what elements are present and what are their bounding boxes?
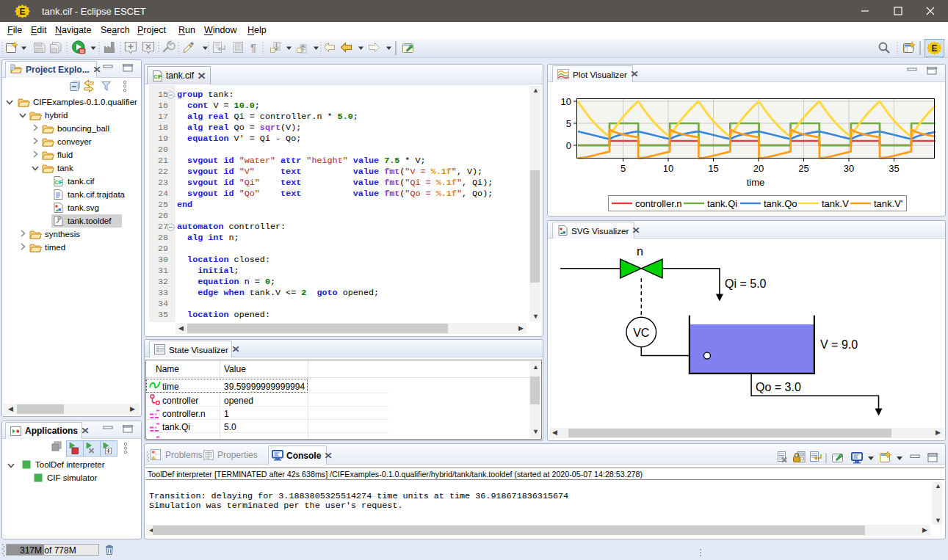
svg-text:5: 5 — [566, 118, 571, 129]
svg-text:tank.V: tank.V — [822, 198, 849, 209]
svg-text:¶: ¶ — [250, 42, 256, 54]
svg-text:E: E — [931, 43, 937, 54]
svg-text:tank.Qi: tank.Qi — [707, 198, 737, 209]
svg-text:controller.n: controller.n — [635, 198, 682, 209]
svg-text:10: 10 — [663, 163, 673, 174]
svg-text:time: time — [747, 177, 765, 188]
svg-text:25: 25 — [798, 163, 808, 174]
svg-text:E: E — [19, 7, 25, 17]
svg-text:Qo = 3.0: Qo = 3.0 — [756, 381, 801, 393]
svg-text:V = 9.0: V = 9.0 — [820, 338, 858, 351]
svg-text:30: 30 — [844, 163, 854, 174]
svg-text:10: 10 — [561, 96, 571, 107]
svg-text:VC: VC — [633, 327, 649, 339]
svg-text:5: 5 — [620, 163, 626, 174]
svg-text:15: 15 — [708, 163, 718, 174]
svg-text:0: 0 — [566, 140, 571, 151]
svg-text:n: n — [637, 245, 643, 258]
svg-text:20: 20 — [753, 163, 764, 174]
svg-text:tank.V': tank.V' — [874, 198, 902, 209]
svg-text:tank.Qo: tank.Qo — [764, 198, 797, 209]
svg-text:35: 35 — [889, 163, 899, 174]
svg-text:Qi = 5.0: Qi = 5.0 — [725, 277, 767, 290]
